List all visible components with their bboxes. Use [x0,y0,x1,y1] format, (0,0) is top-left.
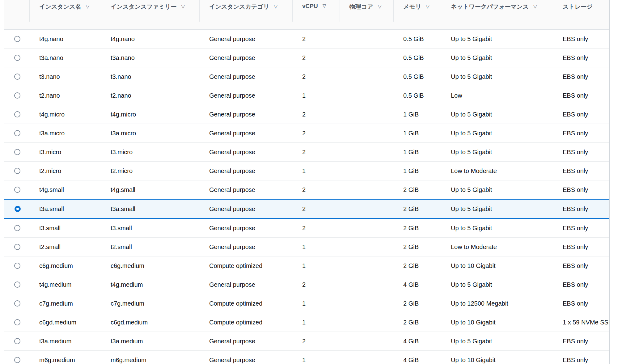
radio-button[interactable] [14,111,20,117]
cell-category: General purpose [199,218,292,238]
cell-name: t4g.small [29,180,101,200]
instance-type-selection-table: インスタンス名▽インスタンスファミリー▽インスタンスカテゴリ▽vCPU▽物理コア… [4,0,610,364]
cell-family: t3a.micro [101,124,199,143]
cell-memory: 2 GiB [393,218,441,238]
table-row[interactable]: t3a.nanot3a.nanoGeneral purpose20.5 GiBU… [4,49,610,67]
cell-category: General purpose [199,143,292,162]
table-row[interactable]: t4g.mediumt4g.mediumGeneral purpose24 Gi… [4,275,610,294]
radio-button[interactable] [14,149,20,155]
column-header-family[interactable]: インスタンスファミリー▽ [101,0,199,30]
table-row[interactable]: t2.nanot2.nanoGeneral purpose10.5 GiBLow… [4,86,610,105]
radio-button[interactable] [14,74,20,80]
sort-caret-icon[interactable]: ▽ [86,4,90,9]
radio-button[interactable] [14,319,20,325]
cell-storage: EBS only [553,332,610,351]
cell-cores [340,313,393,332]
radio-button-checked[interactable] [15,206,21,212]
select-cell [4,275,29,294]
cell-cores [340,332,393,351]
table-row[interactable]: t2.smallt2.smallGeneral purpose12 GiBLow… [4,238,610,256]
sort-caret-icon[interactable]: ▽ [533,4,537,9]
sort-caret-icon[interactable]: ▽ [426,4,430,9]
radio-button[interactable] [14,187,20,193]
cell-vcpu: 2 [292,143,340,162]
radio-button[interactable] [14,244,20,250]
sort-caret-icon[interactable]: ▽ [378,4,382,9]
column-label: インスタンスファミリー [111,3,176,10]
table-row[interactable]: c6g.mediumc6g.mediumCompute optimized12 … [4,256,610,275]
cell-memory: 1 GiB [393,162,441,180]
cell-storage: EBS only [553,180,610,200]
cell-cores [340,30,393,49]
radio-button[interactable] [14,281,20,288]
table-row[interactable]: t3a.mediumt3a.mediumGeneral purpose24 Gi… [4,332,610,351]
cell-family: c6gd.medium [101,313,199,332]
radio-button[interactable] [14,300,20,307]
select-cell [4,294,29,313]
cell-network: Up to 10 Gigabit [441,313,553,332]
radio-button[interactable] [14,263,20,269]
table-row[interactable]: m6g.mediumm6g.mediumGeneral purpose14 Gi… [4,351,610,364]
select-cell [4,238,29,256]
cell-network: Low [441,86,553,105]
cell-storage: EBS only [553,162,610,180]
cell-name: t4g.micro [29,105,101,124]
sort-caret-icon[interactable]: ▽ [181,4,185,9]
radio-button[interactable] [14,225,20,231]
sort-caret-icon[interactable]: ▽ [274,4,277,9]
table-row[interactable]: t3a.microt3a.microGeneral purpose21 GiBU… [4,124,610,143]
cell-cores [340,256,393,275]
table-row[interactable]: t2.microt2.microGeneral purpose11 GiBLow… [4,162,610,180]
radio-button[interactable] [14,92,20,99]
cell-network: Up to 5 Gigabit [441,143,553,162]
column-header-network[interactable]: ネットワークパフォーマンス▽ [441,0,553,30]
cell-cores [340,49,393,67]
cell-vcpu: 1 [292,313,340,332]
cell-network: Up to 5 Gigabit [441,332,553,351]
radio-button[interactable] [14,168,20,174]
cell-family: t4g.medium [101,275,199,294]
cell-name: m6g.medium [29,351,101,364]
table-row[interactable]: t3a.smallt3a.smallGeneral purpose22 GiBU… [4,199,610,218]
table-row[interactable]: c6gd.mediumc6gd.mediumCompute optimized1… [4,313,610,332]
cell-vcpu: 2 [292,199,340,218]
select-cell [4,256,29,275]
table-row[interactable]: t4g.microt4g.microGeneral purpose21 GiBU… [4,105,610,124]
radio-button[interactable] [14,36,20,42]
cell-category: General purpose [199,275,292,294]
column-header-category[interactable]: インスタンスカテゴリ▽ [199,0,292,30]
cell-memory: 0.5 GiB [393,30,441,49]
cell-category: General purpose [199,124,292,143]
table-row[interactable]: t4g.nanot4g.nanoGeneral purpose20.5 GiBU… [4,30,610,49]
cell-cores [340,105,393,124]
table-row[interactable]: c7g.mediumc7g.mediumCompute optimized12 … [4,294,610,313]
cell-vcpu: 2 [292,30,340,49]
table-row[interactable]: t3.microt3.microGeneral purpose21 GiBUp … [4,143,610,162]
radio-button[interactable] [14,55,20,61]
cell-network: Up to 10 Gigabit [441,256,553,275]
sort-caret-icon[interactable]: ▽ [323,3,326,9]
column-header-name[interactable]: インスタンス名▽ [29,0,101,30]
radio-button[interactable] [14,130,20,136]
column-header-vcpu[interactable]: vCPU▽ [292,0,340,30]
cell-name: c6gd.medium [29,313,101,332]
cell-family: t3.small [101,218,199,238]
radio-button[interactable] [14,357,20,363]
cell-cores [340,275,393,294]
cell-vcpu: 2 [292,124,340,143]
cell-memory: 2 GiB [393,180,441,200]
table-row[interactable]: t4g.smallt4g.smallGeneral purpose22 GiBU… [4,180,610,200]
cell-name: t3a.medium [29,332,101,351]
radio-button[interactable] [14,338,20,344]
table-row[interactable]: t3.nanot3.nanoGeneral purpose20.5 GiBUp … [4,67,610,86]
cell-family: t3a.medium [101,332,199,351]
select-cell [4,332,29,351]
table-row[interactable]: t3.smallt3.smallGeneral purpose22 GiBUp … [4,218,610,238]
column-header-memory[interactable]: メモリ▽ [393,0,441,30]
cell-memory: 2 GiB [393,294,441,313]
column-header-cores[interactable]: 物理コア▽ [340,0,393,30]
cell-category: General purpose [199,238,292,256]
cell-cores [340,124,393,143]
cell-family: t3.nano [101,67,199,86]
cell-family: m6g.medium [101,351,199,364]
